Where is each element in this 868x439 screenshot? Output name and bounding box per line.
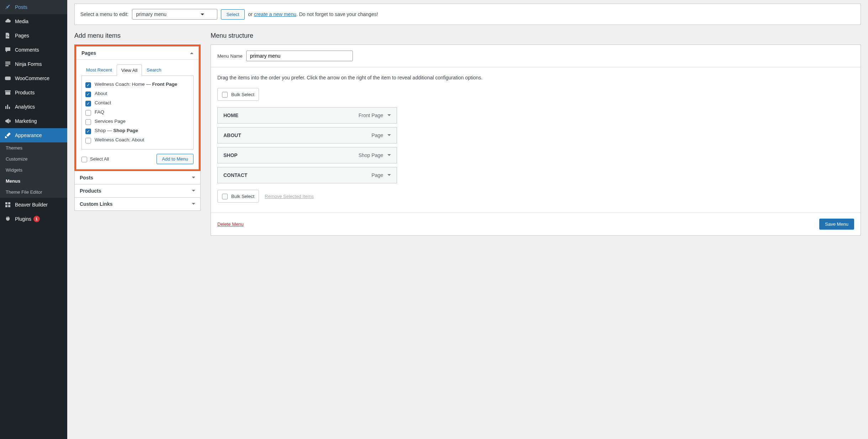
chevron-down-icon[interactable] [387, 134, 391, 138]
page-label: FAQ [95, 109, 190, 115]
custom-links-accordion-header[interactable]: Custom Links [75, 198, 200, 210]
sidebar-item-label: Media [15, 19, 28, 24]
select-button[interactable]: Select [221, 9, 244, 20]
bulk-select-top[interactable]: Bulk Select [217, 88, 259, 101]
menu-structure-column: Menu structure Menu Name Drag the items … [211, 32, 861, 236]
menu-item-title: CONTACT [223, 172, 247, 178]
products-accordion-header[interactable]: Products [75, 184, 200, 197]
menu-item-type: Shop Page [359, 152, 383, 158]
menu-editor-box: Menu Name Drag the items into the order … [211, 45, 861, 236]
sidebar-item-products[interactable]: Products [0, 85, 67, 100]
brush-icon [4, 132, 11, 139]
tab-view-all[interactable]: View All [117, 64, 142, 76]
page-checkbox[interactable] [85, 92, 91, 97]
page-item: Services Page [85, 117, 190, 126]
bulk-select-bottom[interactable]: Bulk Select [217, 190, 259, 203]
menu-name-input[interactable] [246, 51, 353, 61]
page-checkbox[interactable] [85, 110, 91, 116]
add-to-menu-button[interactable]: Add to Menu [157, 154, 194, 164]
chevron-down-icon[interactable] [387, 174, 391, 178]
main-content: Select a menu to edit: primary menu Sele… [67, 0, 868, 439]
tab-most-recent[interactable]: Most Recent [81, 64, 117, 75]
pages-accordion-header[interactable]: Pages [76, 47, 199, 59]
select-all-row[interactable]: Select All [81, 156, 109, 162]
sidebar-item-label: Beaver Builder [15, 202, 48, 208]
menu-item[interactable]: CONTACT Page [217, 167, 397, 183]
page-checkbox[interactable] [85, 101, 91, 106]
menu-item[interactable]: HOME Front Page [217, 107, 397, 124]
page-checkbox[interactable] [85, 129, 91, 134]
dropdown-value: primary menu [136, 11, 166, 17]
menu-select-dropdown[interactable]: primary menu [132, 9, 217, 20]
menu-item[interactable]: ABOUT Page [217, 127, 397, 143]
sidebar-item-comments[interactable]: Comments [0, 43, 67, 57]
page-label: Wellness Coach: Home — Front Page [95, 82, 190, 87]
pages-tabs: Most Recent View All Search [81, 64, 194, 76]
submenu-widgets[interactable]: Widgets [0, 164, 67, 176]
chevron-down-icon [192, 177, 195, 180]
page-checkbox[interactable] [85, 82, 91, 88]
remove-selected-link: Remove Selected Items [265, 194, 314, 199]
chevron-down-icon[interactable] [387, 114, 391, 118]
bulk-select-checkbox[interactable] [222, 92, 228, 98]
sidebar-item-posts[interactable]: Posts [0, 0, 67, 14]
megaphone-icon [4, 117, 11, 125]
pages-accordion: Pages Most Recent View All Search [76, 46, 199, 169]
menu-name-label: Menu Name [217, 53, 243, 59]
sidebar-item-marketing[interactable]: Marketing [0, 114, 67, 128]
menu-name-row: Menu Name [211, 45, 861, 67]
menu-item-type: Front Page [359, 113, 383, 118]
posts-accordion: Posts [74, 171, 201, 184]
bulk-select-checkbox[interactable] [222, 194, 228, 199]
sidebar-item-ninja-forms[interactable]: Ninja Forms [0, 57, 67, 71]
tab-search[interactable]: Search [142, 64, 166, 75]
sidebar-item-label: Products [15, 90, 35, 95]
select-all-label: Select All [90, 156, 109, 162]
page-item: Shop — Shop Page [85, 126, 190, 136]
page-label: Wellness Coach: About [95, 137, 190, 142]
woo-icon [4, 75, 11, 82]
menu-item[interactable]: SHOP Shop Page [217, 147, 397, 163]
analytics-icon [4, 103, 11, 110]
page-checkbox[interactable] [85, 119, 91, 125]
sidebar-item-label: Pages [15, 33, 29, 38]
posts-accordion-header[interactable]: Posts [75, 171, 200, 184]
menu-help-text: Drag the items into the order you prefer… [217, 74, 854, 82]
appearance-submenu: Themes Customize Widgets Menus Theme Fil… [0, 142, 67, 198]
page-label: Shop — Shop Page [95, 128, 190, 133]
sidebar-item-beaver-builder[interactable]: Beaver Builder [0, 198, 67, 212]
submenu-theme-file-editor[interactable]: Theme File Editor [0, 187, 67, 198]
sidebar-item-plugins[interactable]: Plugins 1 [0, 212, 67, 226]
products-icon [4, 89, 11, 96]
select-all-checkbox[interactable] [81, 157, 87, 162]
pin-icon [4, 4, 11, 11]
page-checkbox[interactable] [85, 138, 91, 143]
submenu-customize[interactable]: Customize [0, 153, 67, 164]
chevron-down-icon[interactable] [387, 154, 391, 158]
sidebar-item-label: Marketing [15, 118, 37, 124]
create-new-menu-link[interactable]: create a new menu [254, 11, 296, 17]
delete-menu-link[interactable]: Delete Menu [217, 221, 244, 227]
chevron-down-icon [192, 203, 195, 207]
sidebar-item-label: Appearance [15, 132, 42, 138]
sidebar-item-appearance[interactable]: Appearance [0, 128, 67, 142]
add-menu-items-column: Add menu items Pages Most Recent View Al… [74, 32, 201, 210]
accordion-title: Posts [80, 175, 93, 181]
sidebar-item-analytics[interactable]: Analytics [0, 100, 67, 114]
sidebar-item-woocommerce[interactable]: WooCommerce [0, 71, 67, 85]
submenu-themes[interactable]: Themes [0, 142, 67, 153]
products-accordion: Products [74, 184, 201, 198]
pages-icon [4, 32, 11, 39]
menu-item-type: Page [371, 172, 383, 178]
accordion-title: Products [80, 188, 101, 194]
save-menu-button[interactable]: Save Menu [819, 219, 854, 230]
page-item: FAQ [85, 108, 190, 117]
sidebar-item-media[interactable]: Media [0, 14, 67, 28]
page-item: Contact [85, 99, 190, 108]
submenu-menus[interactable]: Menus [0, 176, 67, 187]
sidebar-item-pages[interactable]: Pages [0, 28, 67, 43]
sidebar-item-label: Comments [15, 47, 39, 53]
sidebar-item-label: Ninja Forms [15, 61, 42, 67]
plugins-update-badge: 1 [33, 216, 40, 222]
chevron-down-icon [192, 190, 195, 193]
